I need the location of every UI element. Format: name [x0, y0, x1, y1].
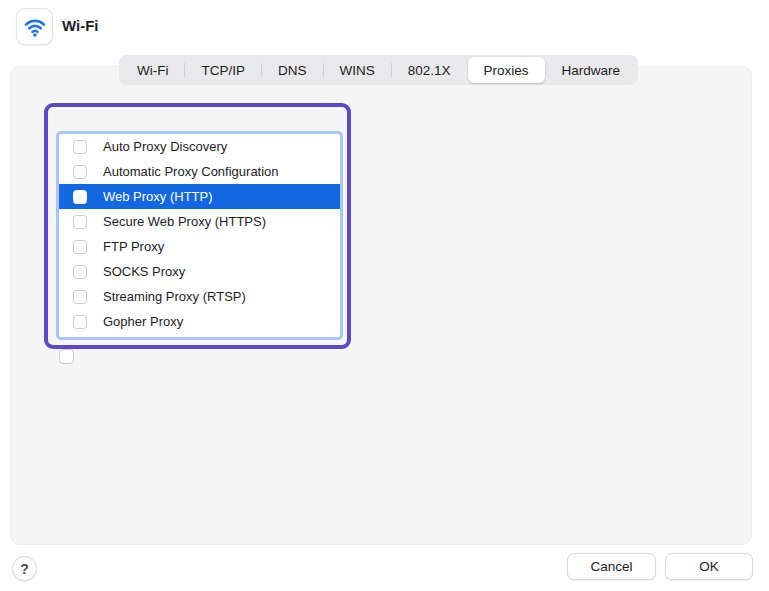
network-preferences-window: Wi-Fi Wi-Fi TCP/IP DNS WINS 802.1X Proxi… [0, 0, 769, 591]
protocol-label: FTP Proxy [103, 239, 164, 254]
protocol-row-socks-proxy[interactable]: SOCKS Proxy [59, 259, 340, 284]
protocol-row-ftp-proxy[interactable]: FTP Proxy [59, 234, 340, 259]
checkbox[interactable] [73, 265, 87, 279]
tab-8021x[interactable]: 802.1X [392, 57, 467, 83]
wifi-icon [22, 14, 48, 40]
tab-wins[interactable]: WINS [324, 57, 391, 83]
protocol-row-automatic-proxy-configuration[interactable]: Automatic Proxy Configuration [59, 159, 340, 184]
protocol-label: Auto Proxy Discovery [103, 139, 227, 154]
protocol-row-web-proxy-http[interactable]: Web Proxy (HTTP) [59, 184, 340, 209]
checkbox[interactable] [73, 140, 87, 154]
cancel-button[interactable]: Cancel [567, 553, 656, 580]
protocol-label: Web Proxy (HTTP) [103, 189, 213, 204]
help-button[interactable]: ? [12, 556, 37, 581]
protocol-label: Gopher Proxy [103, 314, 183, 329]
checkbox[interactable] [73, 290, 87, 304]
checkbox[interactable] [73, 165, 87, 179]
page-title: Wi-Fi [62, 17, 99, 34]
tab-proxies[interactable]: Proxies [468, 57, 545, 83]
checkbox[interactable] [73, 190, 87, 204]
protocol-row-secure-web-proxy-https[interactable]: Secure Web Proxy (HTTPS) [59, 209, 340, 234]
checkbox[interactable] [73, 215, 87, 229]
wifi-icon-badge [16, 8, 53, 45]
exclude-hostnames-checkbox[interactable] [59, 349, 74, 364]
network-tab-bar: Wi-Fi TCP/IP DNS WINS 802.1X Proxies Har… [119, 55, 638, 85]
tab-wifi[interactable]: Wi-Fi [121, 57, 184, 83]
protocol-label: Streaming Proxy (RTSP) [103, 289, 246, 304]
tab-hardware[interactable]: Hardware [546, 57, 637, 83]
protocol-label: Automatic Proxy Configuration [103, 164, 279, 179]
protocol-row-auto-proxy-discovery[interactable]: Auto Proxy Discovery [59, 134, 340, 159]
protocol-row-streaming-proxy-rtsp[interactable]: Streaming Proxy (RTSP) [59, 284, 340, 309]
protocol-label: Secure Web Proxy (HTTPS) [103, 214, 266, 229]
checkbox[interactable] [73, 240, 87, 254]
checkbox[interactable] [73, 315, 87, 329]
protocol-label: SOCKS Proxy [103, 264, 185, 279]
ok-button[interactable]: OK [665, 553, 753, 580]
tab-tcpip[interactable]: TCP/IP [185, 57, 261, 83]
tab-dns[interactable]: DNS [262, 57, 323, 83]
protocol-row-gopher-proxy[interactable]: Gopher Proxy [59, 309, 340, 334]
protocol-list[interactable]: Auto Proxy Discovery Automatic Proxy Con… [56, 131, 343, 340]
